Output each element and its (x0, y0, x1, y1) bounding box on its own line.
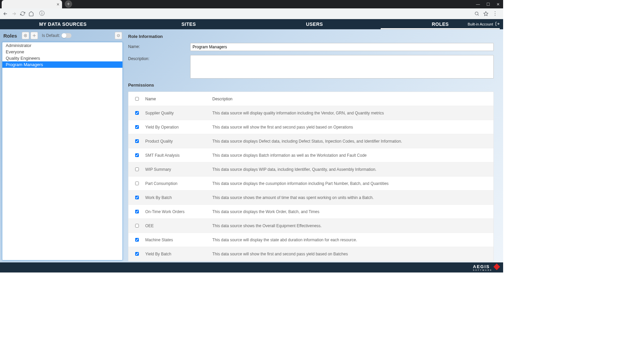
is-default-toggle[interactable] (61, 33, 71, 38)
role-item[interactable]: Everyone (2, 49, 122, 55)
reload-icon[interactable] (20, 11, 25, 16)
svg-point-0 (475, 12, 478, 15)
svg-point-3 (117, 34, 120, 37)
logout-icon[interactable] (495, 21, 500, 27)
zoom-icon[interactable] (474, 10, 479, 17)
permission-description: This data source displays WIP data, incl… (212, 167, 493, 172)
permission-row: SMT Fault AnalysisThis data source displ… (128, 148, 493, 162)
permission-row: OEEThis data source shows the Overall Eq… (128, 219, 493, 233)
permission-description: This data source will display the state … (212, 238, 493, 242)
main-area: Roles Is Default: AdministratorEveryoneQ… (0, 29, 503, 262)
permission-checkbox[interactable] (135, 139, 139, 143)
description-textarea[interactable] (190, 55, 494, 79)
browser-tab[interactable]: × (2, 0, 62, 8)
permission-row: Yield By BatchThis data source will show… (128, 247, 493, 261)
name-input[interactable] (190, 43, 494, 51)
sidebar-action-1[interactable] (22, 32, 29, 39)
browser-tab-strip: × + — ☐ ✕ (0, 0, 503, 8)
home-icon[interactable] (29, 11, 34, 16)
role-item[interactable]: Administrator (2, 42, 122, 49)
sidebar-action-3[interactable] (115, 32, 122, 39)
window-close-button[interactable]: ✕ (493, 0, 503, 8)
site-info-icon[interactable]: ⓘ (39, 10, 45, 17)
back-icon[interactable] (3, 11, 8, 16)
permission-name: WIP Summary (145, 167, 212, 172)
browser-toolbar: ⓘ ⋮ (0, 8, 503, 19)
description-label: Description: (128, 55, 190, 61)
footer: AEGIS SOFTWARE (0, 262, 503, 272)
permission-checkbox[interactable] (135, 224, 139, 228)
role-list[interactable]: AdministratorEveryoneQuality EngineersPr… (2, 42, 123, 260)
permission-description: This data source shows the Overall Equip… (212, 223, 493, 228)
bookmark-icon[interactable] (483, 10, 488, 17)
svg-point-2 (34, 35, 35, 36)
is-default-label: Is Default: (42, 33, 60, 38)
permission-name: Product Quality (145, 139, 212, 144)
permission-description: This data source displays Batch informat… (212, 153, 493, 158)
permission-checkbox[interactable] (135, 238, 139, 242)
permission-row: Machine StatesThis data source will disp… (128, 233, 493, 247)
permission-checkbox[interactable] (135, 210, 139, 213)
permission-name: SMT Fault Analysis (145, 153, 212, 158)
permission-row: Product QualityThis data source displays… (128, 134, 493, 148)
permission-row: On-Time Work OrdersThis data source disp… (128, 205, 493, 219)
permission-description: This data source displays the cusumption… (212, 181, 493, 186)
permissions-header-row: Name Description (128, 92, 493, 106)
brand-diamond-icon (493, 263, 500, 270)
permission-checkbox[interactable] (135, 153, 139, 157)
permission-description: This data source will show the first and… (212, 252, 493, 256)
content-panel: Role Information Name: Description: Perm… (125, 29, 503, 262)
permission-row: Part ConsumptionThis data source display… (128, 177, 493, 191)
permission-row: WIP SummaryThis data source displays WIP… (128, 162, 493, 177)
permission-row: Supplier QualityThis data source will di… (128, 106, 493, 120)
permission-description: This data source shows the amount of tim… (212, 195, 493, 200)
permission-checkbox[interactable] (135, 252, 139, 256)
permission-description: This data source will display quality in… (212, 111, 493, 115)
address-bar-input[interactable] (48, 10, 471, 18)
permission-row: Work By BatchThis data source shows the … (128, 191, 493, 205)
menu-icon[interactable]: ⋮ (492, 10, 498, 17)
sidebar-title: Roles (3, 33, 17, 39)
permission-checkbox[interactable] (135, 167, 139, 171)
permission-name: On-Time Work Orders (145, 209, 212, 214)
nav-item-my-data-sources[interactable]: MY DATA SOURCES (0, 19, 126, 29)
permission-checkbox[interactable] (135, 182, 139, 185)
permission-checkbox[interactable] (135, 196, 139, 199)
tab-close-icon[interactable]: × (57, 2, 59, 7)
permission-name: Machine States (145, 238, 212, 242)
permission-name: Yield By Operation (145, 125, 212, 130)
permission-name: Yield By Batch (145, 252, 212, 256)
permission-description: This data source displays Defect data, i… (212, 139, 493, 144)
name-label: Name: (128, 43, 190, 49)
svg-point-1 (25, 35, 26, 36)
new-tab-button[interactable]: + (65, 0, 72, 8)
nav-item-users[interactable]: USERS (252, 19, 377, 29)
header-name: Name (145, 97, 212, 101)
permission-name: OEE (145, 223, 212, 228)
forward-icon[interactable] (11, 11, 17, 16)
account-label: Built-in Account (468, 22, 493, 26)
permission-name: Work By Batch (145, 195, 212, 200)
brand-logo: AEGIS SOFTWARE (473, 264, 499, 271)
role-item[interactable]: Program Managers (2, 61, 122, 68)
sidebar-action-2[interactable] (31, 32, 38, 39)
role-item[interactable]: Quality Engineers (2, 55, 122, 61)
permission-checkbox[interactable] (135, 111, 139, 115)
permission-row: Yield By OperationThis data source will … (128, 120, 493, 134)
header-description: Description (212, 97, 493, 101)
permission-checkbox[interactable] (135, 125, 139, 129)
nav-item-sites[interactable]: SITES (126, 19, 252, 29)
window-minimize-button[interactable]: — (473, 0, 483, 8)
permission-description: This data source will show the first and… (212, 125, 493, 130)
window-maximize-button[interactable]: ☐ (483, 0, 493, 8)
app-nav: MY DATA SOURCESSITESUSERSROLES (0, 19, 503, 29)
permission-description: This data source displays the Work Order… (212, 209, 493, 214)
permissions-table: Name Description Supplier QualityThis da… (128, 92, 494, 261)
sidebar: Roles Is Default: AdministratorEveryoneQ… (0, 29, 125, 262)
permission-name: Part Consumption (145, 181, 212, 186)
section-permissions: Permissions (128, 83, 494, 88)
section-role-info: Role Information (128, 34, 494, 39)
permission-name: Supplier Quality (145, 111, 212, 115)
select-all-checkbox[interactable] (135, 97, 139, 101)
